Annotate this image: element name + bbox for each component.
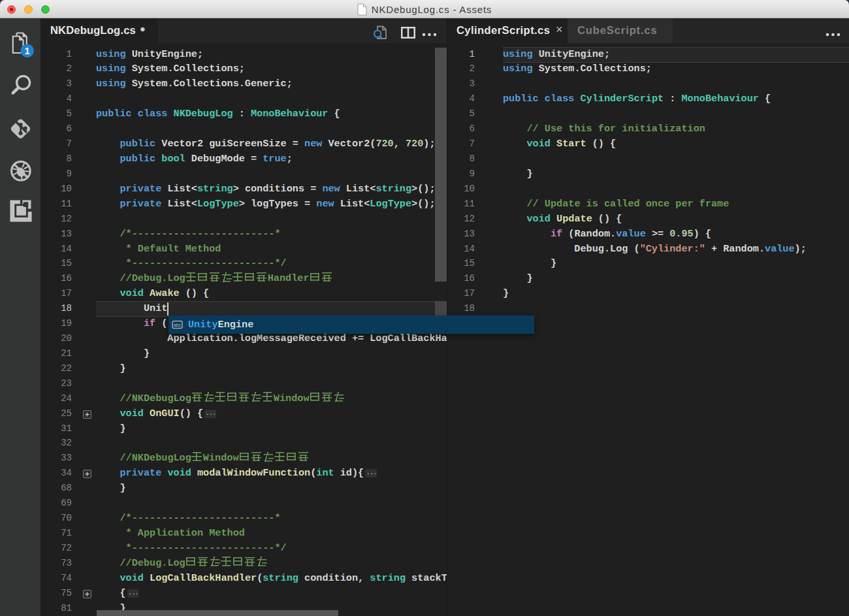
svg-text:1: 1 [25,46,30,56]
svg-text:abc: abc [174,323,182,327]
